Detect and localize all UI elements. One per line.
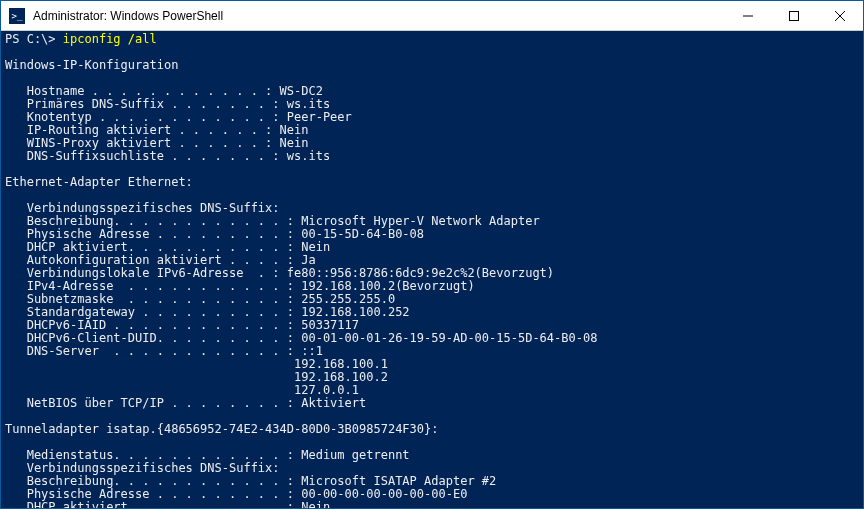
window-title: Administrator: Windows PowerShell [31, 9, 725, 23]
minimize-button[interactable] [725, 1, 771, 30]
prompt: PS C:\> [5, 32, 63, 46]
command-text: ipconfig /all [63, 32, 157, 46]
powershell-window: >_ Administrator: Windows PowerShell PS … [0, 0, 864, 509]
window-controls [725, 1, 863, 30]
titlebar: >_ Administrator: Windows PowerShell [1, 1, 863, 31]
maximize-button[interactable] [771, 1, 817, 30]
terminal-output[interactable]: PS C:\> ipconfig /all Windows-IP-Konfigu… [1, 31, 863, 508]
powershell-icon: >_ [9, 8, 25, 24]
svg-rect-1 [790, 11, 799, 20]
close-button[interactable] [817, 1, 863, 30]
